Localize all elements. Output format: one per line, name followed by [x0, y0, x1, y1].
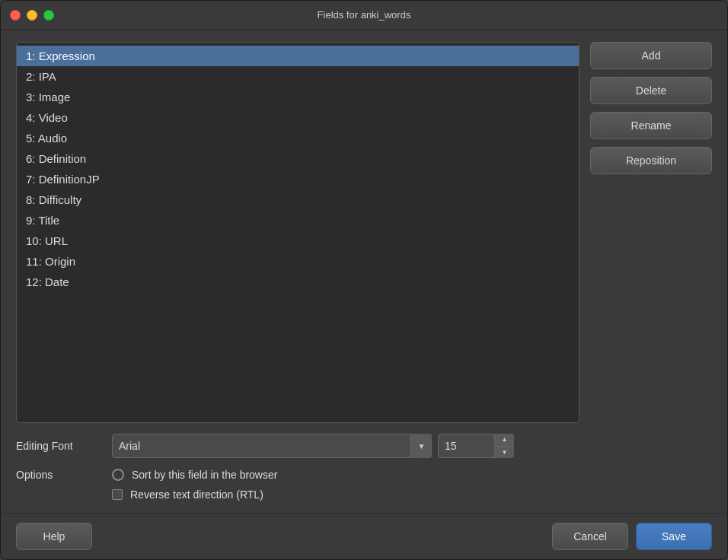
- sort-option-row: Sort by this field in the browser: [112, 469, 277, 481]
- title-bar: Fields for anki_words: [1, 1, 727, 30]
- reposition-button[interactable]: Reposition: [590, 147, 712, 174]
- font-size-up[interactable]: ▲: [495, 434, 514, 447]
- editing-font-row: Editing Font Arial Helvetica Times New R…: [16, 434, 712, 458]
- minimize-button[interactable]: [27, 10, 37, 21]
- delete-button[interactable]: Delete: [590, 77, 712, 104]
- field-item-8[interactable]: 8: Difficulty: [17, 189, 579, 210]
- traffic-lights: [10, 10, 54, 21]
- font-size-down[interactable]: ▼: [495, 447, 514, 459]
- field-item-1[interactable]: 1: Expression: [17, 46, 579, 66]
- field-item-6[interactable]: 6: Definition: [17, 148, 579, 169]
- field-item-9[interactable]: 9: Title: [17, 210, 579, 231]
- bottom-right: Cancel Save: [552, 523, 712, 550]
- sort-label: Sort by this field in the browser: [132, 469, 277, 481]
- editing-font-label: Editing Font: [16, 440, 100, 452]
- field-item-10[interactable]: 10: URL: [17, 231, 579, 251]
- top-section: 1: Expression2: IPA3: Image4: Video5: Au…: [16, 42, 712, 423]
- window-title: Fields for anki_words: [318, 9, 411, 21]
- field-item-11[interactable]: 11: Origin: [17, 251, 579, 272]
- field-item-2[interactable]: 2: IPA: [17, 66, 579, 87]
- maximize-button[interactable]: [43, 10, 54, 21]
- save-button[interactable]: Save: [636, 523, 712, 550]
- main-content: 1: Expression2: IPA3: Image4: Video5: Au…: [1, 30, 727, 513]
- field-item-5[interactable]: 5: Audio: [17, 128, 579, 148]
- add-button[interactable]: Add: [590, 42, 712, 69]
- main-window: Fields for anki_words 1: Expression2: IP…: [0, 0, 728, 560]
- rtl-label: Reverse text direction (RTL): [130, 488, 263, 501]
- options-row: Options Sort by this field in the browse…: [16, 469, 712, 501]
- font-select-container: Arial Helvetica Times New Roman Courier …: [112, 434, 514, 458]
- field-item-12[interactable]: 12: Date: [17, 272, 579, 292]
- close-button[interactable]: [10, 10, 21, 21]
- bottom-bar: Help Cancel Save: [1, 513, 727, 559]
- font-size-spinner: ▲ ▼: [494, 434, 514, 458]
- field-item-3[interactable]: 3: Image: [17, 87, 579, 107]
- fields-list[interactable]: 1: Expression2: IPA3: Image4: Video5: Au…: [16, 42, 580, 423]
- sort-radio[interactable]: [112, 469, 124, 481]
- font-select-wrapper: Arial Helvetica Times New Roman Courier …: [112, 434, 432, 458]
- buttons-column: Add Delete Rename Reposition: [590, 42, 712, 423]
- options-label: Options: [16, 469, 100, 481]
- font-select[interactable]: Arial Helvetica Times New Roman Courier …: [112, 434, 432, 458]
- options-checkboxes: Sort by this field in the browser Revers…: [112, 469, 277, 501]
- rtl-checkbox[interactable]: [112, 489, 123, 500]
- cancel-button[interactable]: Cancel: [552, 523, 628, 550]
- field-item-7[interactable]: 7: DefinitionJP: [17, 169, 579, 189]
- help-button[interactable]: Help: [16, 523, 92, 550]
- rename-button[interactable]: Rename: [590, 112, 712, 139]
- field-item-4[interactable]: 4: Video: [17, 107, 579, 128]
- font-size-wrapper: ▲ ▼: [438, 434, 514, 458]
- rtl-option-row: Reverse text direction (RTL): [112, 488, 277, 501]
